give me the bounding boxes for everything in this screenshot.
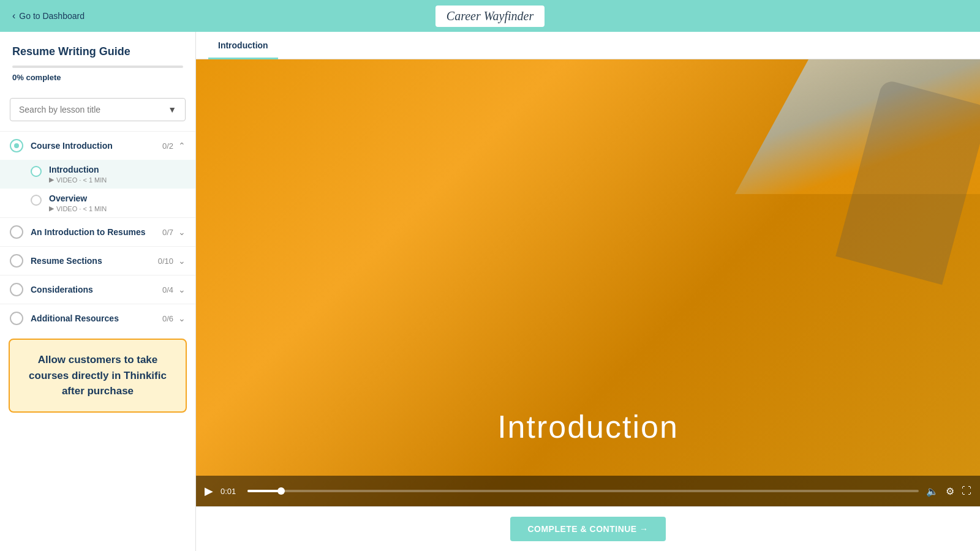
play-button[interactable]: ▶ <box>205 484 213 498</box>
section-name-additional-resources: Additional Resources <box>31 313 162 323</box>
section-name-intro-resumes: An Introduction to Resumes <box>31 227 162 237</box>
chevron-down-icon-resumes: ⌄ <box>178 227 186 237</box>
progress-bar-container <box>12 66 183 68</box>
lesson-title-introduction: Introduction <box>49 165 107 174</box>
section-circle-intro-resumes <box>10 225 23 239</box>
complete-bar: COMPLETE & CONTINUE → <box>196 506 980 551</box>
section-circle-considerations <box>10 283 23 296</box>
section-intro-resumes[interactable]: An Introduction to Resumes 0/7 ⌄ <box>0 217 195 246</box>
chevron-down-icon-additional-resources: ⌄ <box>178 313 186 323</box>
video-progress-played <box>247 490 281 492</box>
fullscreen-icon[interactable]: ⛶ <box>962 485 971 497</box>
section-count-considerations: 0/4 <box>162 285 173 294</box>
chevron-down-icon-resume-sections: ⌄ <box>178 256 186 266</box>
video-icon-overview: ▶ <box>49 204 54 212</box>
lesson-meta-overview: ▶ VIDEO · < 1 MIN <box>49 204 107 212</box>
time-display: 0:01 <box>221 487 240 496</box>
section-additional-resources[interactable]: Additional Resources 0/6 ⌄ <box>0 304 195 332</box>
back-label: Go to Dashboard <box>19 11 85 21</box>
section-count-resume-sections: 0/10 <box>158 257 173 266</box>
lesson-title-overview: Overview <box>49 193 107 203</box>
tab-introduction[interactable]: Introduction <box>208 32 278 59</box>
lesson-item-overview[interactable]: Overview ▶ VIDEO · < 1 MIN <box>0 189 195 217</box>
chevron-left-icon: ‹ <box>12 10 15 21</box>
section-resume-sections[interactable]: Resume Sections 0/10 ⌄ <box>0 246 195 275</box>
settings-icon[interactable]: ⚙ <box>946 485 954 497</box>
section-name-considerations: Considerations <box>31 285 162 294</box>
video-background: Introduction <box>196 59 980 506</box>
video-title-overlay: Introduction <box>196 408 980 445</box>
top-nav: ‹ Go to Dashboard Career Wayfinder <box>0 0 980 32</box>
search-dropdown[interactable]: Search by lesson title ▼ <box>10 98 186 121</box>
section-circle-course-intro <box>10 139 23 152</box>
section-name-resume-sections: Resume Sections <box>31 256 158 266</box>
volume-icon[interactable]: 🔈 <box>926 485 938 497</box>
video-icon: ▶ <box>49 176 54 184</box>
section-count-course-intro: 0/2 <box>162 141 173 151</box>
video-controls: ▶ 0:01 🔈 ⚙ ⛶ <box>196 476 980 506</box>
section-course-introduction[interactable]: Course Introduction 0/2 ⌃ <box>0 131 195 160</box>
search-placeholder: Search by lesson title <box>19 105 100 114</box>
video-progress-track[interactable] <box>247 490 919 492</box>
lesson-item-introduction[interactable]: Introduction ▶ VIDEO · < 1 MIN <box>0 160 195 189</box>
chevron-down-icon: ▼ <box>168 105 176 114</box>
complete-continue-button[interactable]: COMPLETE & CONTINUE → <box>510 517 665 541</box>
course-title: Resume Writing Guide <box>12 45 183 58</box>
callout-text: Allow customers to take courses directly… <box>29 354 167 397</box>
video-player: Introduction ▶ 0:01 🔈 ⚙ ⛶ <box>196 59 980 506</box>
section-count-intro-resumes: 0/7 <box>162 228 173 237</box>
content-tabs: Introduction <box>196 32 980 59</box>
callout-box: Allow customers to take courses directly… <box>9 339 187 413</box>
progress-percent: 0% complete <box>12 73 61 82</box>
section-circle-resume-sections <box>10 254 23 268</box>
section-circle-additional-resources <box>10 312 23 325</box>
chevron-down-icon-considerations: ⌄ <box>178 285 186 294</box>
lesson-info-overview: Overview ▶ VIDEO · < 1 MIN <box>49 193 107 212</box>
section-count-additional-resources: 0/6 <box>162 314 173 323</box>
section-name-course-intro: Course Introduction <box>31 141 162 151</box>
content-area: Introduction Introduction ▶ 0:01 🔈 ⚙ <box>196 32 980 551</box>
video-progress-dot <box>277 487 285 495</box>
lesson-circle-introduction <box>31 166 42 177</box>
lesson-meta-introduction: ▶ VIDEO · < 1 MIN <box>49 176 107 184</box>
lesson-circle-overview <box>31 195 42 206</box>
chevron-up-icon: ⌃ <box>178 141 186 151</box>
sidebar-header: Resume Writing Guide 0% complete <box>0 32 195 92</box>
sidebar: Resume Writing Guide 0% complete Search … <box>0 32 196 551</box>
brand-logo: Career Wayfinder <box>435 6 545 27</box>
lesson-info-introduction: Introduction ▶ VIDEO · < 1 MIN <box>49 165 107 184</box>
back-to-dashboard-link[interactable]: ‹ Go to Dashboard <box>12 10 85 21</box>
section-considerations[interactable]: Considerations 0/4 ⌄ <box>0 275 195 304</box>
progress-text: 0% complete <box>12 73 183 82</box>
main-layout: Resume Writing Guide 0% complete Search … <box>0 32 980 551</box>
